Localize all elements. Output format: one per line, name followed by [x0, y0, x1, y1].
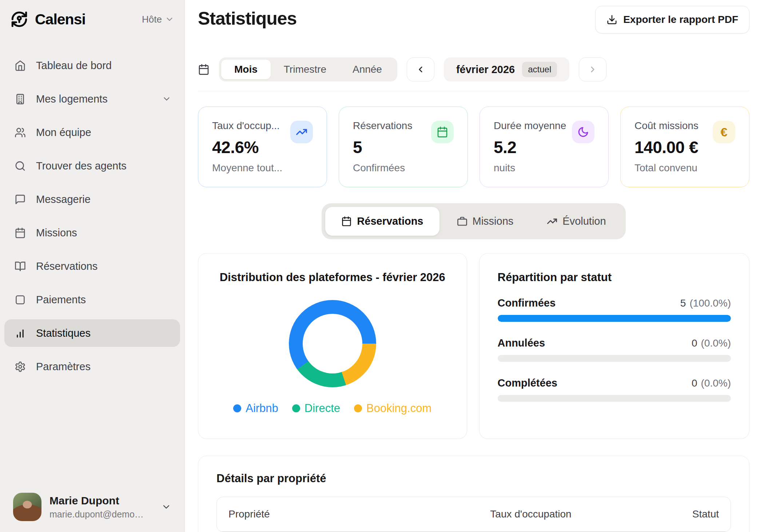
chevron-down-icon — [162, 94, 171, 104]
status-percent: (100.0%) — [689, 297, 731, 309]
status-label: Complétées — [498, 377, 557, 389]
sidebar-item-r-servations[interactable]: Réservations — [4, 252, 180, 280]
book-open-icon — [15, 261, 26, 272]
sidebar-item-mes-logements[interactable]: Mes logements — [4, 85, 180, 113]
role-selector[interactable]: Hôte — [142, 14, 174, 25]
euro-icon: € — [721, 125, 728, 139]
current-period-label: février 2026 — [456, 64, 515, 76]
status-label: Confirmées — [498, 297, 556, 309]
stat-card-label: Coût missions — [634, 120, 722, 132]
status-values: 5(100.0%) — [680, 297, 731, 309]
sidebar-item-messagerie[interactable]: Messagerie — [4, 185, 180, 213]
period-tab-année[interactable]: Année — [339, 60, 395, 79]
property-details-card: Détails par propriété PropriétéTaux d'oc… — [198, 456, 749, 532]
period-row: MoisTrimestreAnnée février 2026 actuel — [198, 57, 749, 81]
legend-dot — [354, 404, 362, 412]
sidebar-item-param-tres[interactable]: Paramètres — [4, 353, 180, 380]
legend-label: Booking.com — [366, 402, 431, 415]
view-tab--volution[interactable]: Évolution — [531, 207, 622, 236]
download-icon — [606, 14, 617, 25]
app-root: Calensi Hôte Tableau de bord Mes logemen… — [0, 0, 764, 532]
sidebar-item-label: Réservations — [36, 260, 98, 272]
user-name: Marie Dupont — [49, 495, 153, 507]
legend-item-directe: Directe — [292, 402, 340, 415]
next-period-button[interactable] — [579, 57, 606, 81]
view-tab-label: Évolution — [562, 215, 606, 227]
chart-legend: Airbnb Directe Booking.com — [233, 402, 431, 415]
stat-card-subtitle: Moyenne tout... — [212, 162, 303, 174]
stat-card-label: Taux d'occup... — [212, 120, 299, 132]
stat-card-label: Durée moyenne — [494, 120, 581, 132]
status-percent: (0.0%) — [701, 337, 731, 349]
sidebar-item-label: Mes logements — [36, 93, 108, 105]
status-count: 5 — [680, 297, 686, 309]
sidebar-item-mon-quipe[interactable]: Mon équipe — [4, 119, 180, 146]
legend-item-booking-com: Booking.com — [354, 402, 431, 415]
page-title: Statistiques — [198, 8, 297, 29]
export-pdf-label: Exporter le rapport PDF — [623, 14, 738, 25]
stat-card-1: Réservations 5 Confirmées — [339, 107, 468, 187]
current-period-badge: actuel — [522, 62, 557, 77]
view-tabs-wrap: Réservations Missions Évolution — [198, 203, 749, 239]
platform-distribution-card: Distribution des plateformes - février 2… — [198, 253, 467, 439]
avatar — [13, 493, 41, 521]
charts-row: Distribution des plateformes - février 2… — [198, 253, 749, 439]
view-tab-missions[interactable]: Missions — [441, 207, 530, 236]
stat-card-3: Coût missions 140.00 € Total convenu € — [620, 107, 749, 187]
chevron-left-icon — [416, 65, 425, 74]
user-email: marie.dupont@demo.... — [49, 509, 144, 520]
sidebar-item-trouver-des-agents[interactable]: Trouver des agents — [4, 152, 180, 180]
table-header-taux-d-occupation: Taux d'occupation — [430, 508, 632, 520]
calendar-icon — [198, 64, 210, 75]
status-row-head: Complétées 0(0.0%) — [498, 377, 731, 389]
donut-chart — [289, 300, 376, 387]
user-meta: Marie Dupont marie.dupont@demo.... — [49, 495, 153, 520]
status-row-annul-es: Annulées 0(0.0%) — [498, 337, 731, 362]
period-tab-mois[interactable]: Mois — [221, 60, 271, 79]
sidebar-item-label: Missions — [36, 227, 77, 239]
platform-chart-title: Distribution des plateformes - février 2… — [220, 271, 445, 284]
sidebar-item-label: Statistiques — [36, 327, 91, 339]
calendar-icon — [341, 216, 352, 227]
trending-up-icon — [296, 126, 307, 138]
status-label: Annulées — [498, 337, 545, 349]
sidebar-item-statistiques[interactable]: Statistiques — [4, 319, 180, 347]
stat-card-icon-badge — [290, 121, 313, 143]
stat-card-subtitle: nuits — [494, 162, 585, 174]
view-tab-r-servations[interactable]: Réservations — [325, 207, 439, 236]
legend-dot — [292, 404, 300, 412]
sidebar-item-label: Mon équipe — [36, 127, 91, 139]
sidebar-item-tableau-de-bord[interactable]: Tableau de bord — [4, 52, 180, 79]
user-menu[interactable]: Marie Dupont marie.dupont@demo.... — [4, 485, 180, 532]
legend-item-airbnb: Airbnb — [233, 402, 278, 415]
period-tab-trimestre[interactable]: Trimestre — [271, 60, 339, 79]
export-pdf-button[interactable]: Exporter le rapport PDF — [595, 6, 749, 33]
status-row-head: Annulées 0(0.0%) — [498, 337, 731, 349]
table-row-separator — [217, 531, 731, 532]
square-icon — [15, 294, 26, 305]
bar-chart-icon — [15, 328, 26, 339]
table-header-statut: Statut — [632, 508, 719, 520]
sidebar-item-missions[interactable]: Missions — [4, 219, 180, 247]
chevron-right-icon — [588, 65, 597, 74]
search-icon — [15, 160, 26, 172]
status-bar-track — [498, 395, 731, 402]
donut-hole — [303, 314, 362, 373]
view-tabs: Réservations Missions Évolution — [322, 203, 625, 239]
stat-cards-row: Taux d'occup... 42.6% Moyenne tout... Ré… — [198, 107, 749, 187]
stat-card-subtitle: Total convenu — [634, 162, 725, 174]
calendar-icon — [15, 227, 26, 239]
stat-card-label: Réservations — [353, 120, 440, 132]
previous-period-button[interactable] — [407, 57, 434, 81]
current-period-pill[interactable]: février 2026 actuel — [444, 57, 569, 81]
home-icon — [15, 60, 26, 71]
calendar-icon — [437, 126, 448, 138]
moon-icon — [577, 126, 589, 138]
view-tab-label: Missions — [473, 215, 514, 227]
sidebar-item-label: Messagerie — [36, 193, 91, 205]
sidebar-item-label: Paiements — [36, 294, 86, 306]
legend-label: Directe — [305, 402, 340, 415]
legend-label: Airbnb — [246, 402, 278, 415]
sidebar-item-paiements[interactable]: Paiements — [4, 286, 180, 313]
period-segmented-control: MoisTrimestreAnnée — [219, 57, 397, 81]
